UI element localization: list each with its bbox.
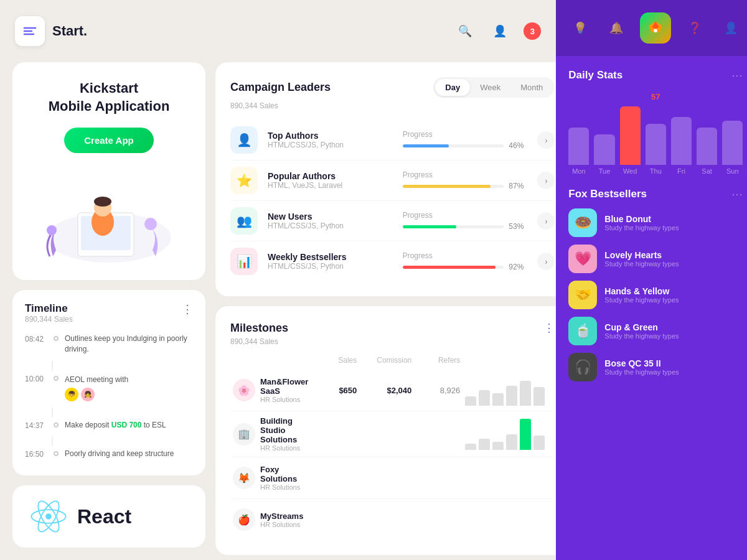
campaign-row-weekly: 📊 Weekly Bestsellers HTML/CSS/JS, Python… [230, 241, 555, 281]
kickstart-title: KickstartMobile Application [49, 80, 170, 115]
svg-point-11 [45, 513, 52, 520]
campaign-subtitle: 890,344 Sales [230, 101, 555, 110]
milestone-chart-foxy [465, 462, 552, 493]
right-column: Campaign Leaders Day Week Month 890,344 … [215, 62, 556, 548]
timeline-menu-icon[interactable]: ⋮ [182, 302, 193, 316]
fox-item-blue-donut: 🍩 Blue Donut Study the highway types [568, 208, 743, 237]
chart-peak-label: 57 [568, 92, 743, 101]
timeline-title: Timeline [25, 302, 73, 315]
milestone-chart-mystreams [465, 504, 552, 535]
bar-mon: Mon [568, 106, 589, 175]
react-card: React [12, 485, 205, 548]
milestones-subtitle: 890,344 Sales [230, 337, 555, 346]
kickstart-card: KickstartMobile Application Create App [12, 62, 205, 280]
bar-fri: Fri [671, 106, 692, 175]
tab-week[interactable]: Week [470, 79, 510, 96]
svg-point-10 [144, 218, 157, 230]
fox-item-cup-green: 🍵 Cup & Green Study the highway types [568, 317, 743, 345]
main-area: Start. 🔍 👤 3 KickstartMobile Application… [0, 0, 556, 560]
content-area: KickstartMobile Application Create App [0, 62, 556, 560]
milestone-chart-manflower [465, 375, 552, 406]
timeline-item: 14:37 Make deposit USD 700 to ESL [25, 420, 193, 431]
campaign-row-top-authors: 👤 Top Authors HTML/CSS/JS, Python Progre… [230, 120, 555, 161]
search-icon[interactable]: 🔍 [454, 20, 476, 42]
nav-title: Start. [52, 23, 87, 39]
bar-thu: Thu [646, 106, 666, 175]
user-icon[interactable]: 👤 [489, 20, 511, 42]
sidebar-icon-help[interactable]: ❓ [682, 16, 707, 40]
daily-stats-chart: 57 Mon Tue Wed Thu [568, 92, 743, 175]
timeline-item: 16:50 Poorly driving and keep structure [25, 449, 193, 459]
kickstart-illustration [40, 163, 177, 263]
timeline-subtitle: 890,344 Sales [25, 315, 73, 324]
campaign-row-popular-authors: ⭐ Popular Authors HTML, VueJS, Laravel P… [230, 161, 555, 201]
sidebar-icon-user[interactable]: 👤 [718, 16, 743, 40]
milestones-card: Milestones ⋮ 890,344 Sales Sales Comissi… [215, 306, 556, 555]
tab-group: Day Week Month [433, 77, 555, 98]
campaign-card: Campaign Leaders Day Week Month 890,344 … [215, 62, 556, 296]
sidebar-icon-alert[interactable]: 🔔 [604, 16, 629, 40]
tab-day[interactable]: Day [435, 79, 470, 96]
daily-stats-menu[interactable]: ⋯ [731, 68, 743, 82]
fox-item-bose: 🎧 Bose QC 35 II Study the highway types [568, 353, 743, 381]
weekly-arrow[interactable]: › [537, 253, 555, 270]
tab-month[interactable]: Month [510, 79, 553, 96]
top-nav: Start. 🔍 👤 3 [0, 0, 556, 62]
top-authors-icon: 👤 [230, 126, 258, 154]
notification-badge[interactable]: 3 [524, 22, 541, 40]
svg-point-9 [94, 197, 111, 207]
right-sidebar: 💡 🔔 ❓ 👤 Daily Stats ⋯ 57 Mon [556, 0, 747, 560]
timeline-item: 08:42 Outlines keep you Indulging in poo… [25, 334, 193, 355]
top-authors-arrow[interactable]: › [537, 131, 555, 149]
bar-wed: Wed [620, 106, 641, 175]
milestones-col-headers: Sales Comission Refers [230, 356, 555, 365]
campaign-row-new-users: 👥 New Users HTML/CSS/JS, Python Progress… [230, 201, 555, 241]
bars-container: Mon Tue Wed Thu Fri [568, 106, 743, 175]
fox-item-hands-yellow: 🤝 Hands & Yellow Study the highway types [568, 281, 743, 309]
fox-bestsellers-title: Fox Bestsellers [568, 188, 647, 200]
milestone-chart-building [465, 419, 552, 450]
fox-item-lovely-hearts: 💗 Lovely Hearts Study the highway types [568, 245, 743, 273]
campaign-title: Campaign Leaders [230, 81, 423, 94]
sidebar-icon-lightbulb[interactable]: 💡 [568, 16, 593, 40]
popular-authors-arrow[interactable]: › [537, 172, 555, 189]
milestones-menu-icon[interactable]: ⋮ [543, 321, 555, 335]
fox-menu[interactable]: ⋯ [731, 187, 743, 201]
weekly-icon: 📊 [230, 248, 258, 275]
timeline-card: Timeline 890,344 Sales ⋮ 08:42 Outlines … [12, 290, 205, 475]
nav-icons: 🔍 👤 3 [454, 20, 541, 42]
new-users-icon: 👥 [230, 207, 258, 235]
milestone-row-building-studio: 🏢 Building Studio Solutions HR Solutions [230, 411, 555, 457]
sidebar-content: Daily Stats ⋯ 57 Mon Tue Wed [556, 56, 747, 560]
new-users-arrow[interactable]: › [537, 212, 555, 230]
logo-icon [15, 16, 45, 46]
daily-stats-title: Daily Stats [568, 69, 622, 82]
bar-sun: Sun [722, 106, 743, 175]
bar-sat: Sat [697, 106, 717, 175]
timeline-item: 10:00 AEOL meeting with 👦 👧 [25, 373, 193, 401]
popular-authors-icon: ⭐ [230, 167, 258, 194]
sidebar-top-icons: 💡 🔔 ❓ 👤 [556, 0, 747, 56]
milestones-title: Milestones [230, 322, 543, 335]
create-app-button[interactable]: Create App [64, 128, 153, 153]
left-column: KickstartMobile Application Create App [12, 62, 205, 548]
sidebar-icon-fox-active[interactable] [640, 12, 671, 44]
milestone-row-manflower: 🌸 Man&Flower SaaS HR Solutions $650 $2,0… [230, 370, 555, 411]
react-label: React [77, 505, 131, 528]
nav-logo: Start. [15, 16, 87, 46]
milestone-row-foxy: 🦊 Foxy Solutions HR Solutions [230, 457, 555, 499]
svg-point-4 [47, 225, 57, 235]
milestone-row-mystreams: 🍎 MyStreams HR Solutions [230, 499, 555, 540]
react-logo-icon [30, 498, 67, 535]
bar-tue: Tue [594, 106, 614, 175]
svg-point-17 [654, 29, 657, 32]
